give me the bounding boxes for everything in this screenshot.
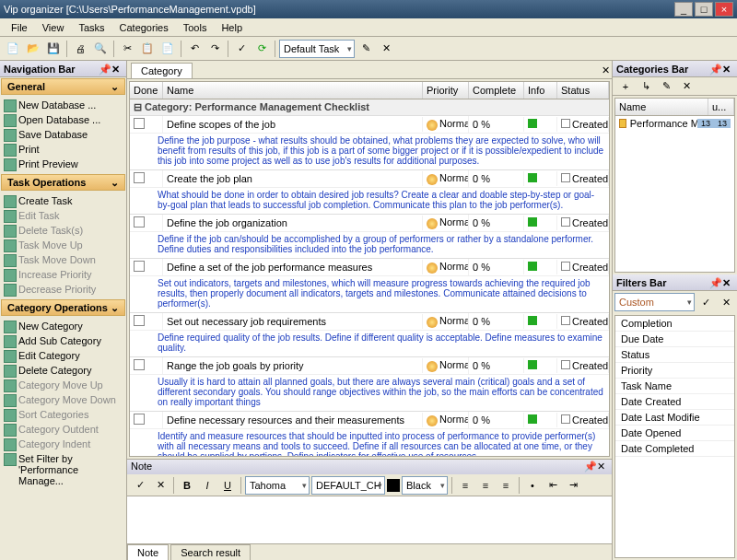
print-icon[interactable]: 🖨	[71, 40, 89, 58]
open-icon[interactable]: 📂	[24, 40, 42, 58]
task-row[interactable]: Range the job goals by priorityNormal0 %…	[130, 357, 609, 375]
col-priority[interactable]: Priority	[423, 82, 469, 99]
tree-col-name[interactable]: Name	[615, 99, 708, 115]
acc-task-ops[interactable]: Task Operations⌄	[1, 174, 125, 191]
filter-item[interactable]: Completion	[615, 316, 734, 332]
task-row[interactable]: Set out necessary job requirementsNormal…	[130, 313, 609, 331]
new-icon[interactable]: 📄	[4, 40, 22, 58]
undo-icon[interactable]: ↶	[185, 40, 204, 58]
size-combo[interactable]: DEFAULT_CH	[311, 476, 385, 495]
align-right-icon[interactable]: ≡	[497, 476, 515, 495]
nav-item[interactable]: Open Database ...	[2, 112, 124, 127]
col-done[interactable]: Done	[130, 82, 163, 99]
nav-item[interactable]: Edit Category	[2, 348, 124, 363]
nav-item[interactable]: Delete Category	[2, 363, 124, 378]
maximize-button[interactable]: □	[695, 2, 713, 17]
edit-icon[interactable]: ✎	[357, 40, 375, 58]
task-row[interactable]: Define a set of the job performance meas…	[130, 259, 609, 276]
col-complete[interactable]: Complete	[469, 82, 524, 99]
color-swatch[interactable]	[387, 479, 400, 492]
redo-icon[interactable]: ↷	[205, 40, 224, 58]
del-cat-icon[interactable]: ✕	[677, 77, 696, 96]
done-checkbox[interactable]	[134, 261, 145, 272]
task-row[interactable]: Define necessary resources and their mea…	[130, 412, 609, 429]
preview-icon[interactable]: 🔍	[91, 40, 110, 58]
menu-file[interactable]: File	[4, 20, 35, 35]
close-icon[interactable]: ✕	[111, 64, 123, 75]
col-status[interactable]: Status	[557, 82, 609, 99]
pin-icon[interactable]: 📌	[99, 64, 110, 75]
done-checkbox[interactable]	[134, 414, 145, 425]
pin-icon[interactable]: 📌	[584, 461, 595, 472]
col-info[interactable]: Info	[524, 82, 557, 99]
sub-cat-icon[interactable]: ↳	[637, 77, 655, 96]
acc-cat-ops[interactable]: Category Operations⌄	[1, 299, 125, 316]
task-row[interactable]: Create the job planNormal0 %Created	[130, 170, 609, 188]
font-combo[interactable]: Tahoma	[245, 476, 310, 495]
nav-item[interactable]: Save Database	[2, 127, 124, 142]
done-checkbox[interactable]	[134, 359, 145, 370]
filter-item[interactable]: Date Opened	[615, 426, 734, 441]
nav-item[interactable]: Create Task	[2, 193, 124, 208]
italic-icon[interactable]: I	[198, 476, 216, 495]
delete-icon[interactable]: ✕	[377, 40, 395, 58]
filter-item[interactable]: Priority	[615, 363, 734, 379]
done-checkbox[interactable]	[134, 118, 145, 129]
tab-note[interactable]: Note	[127, 544, 169, 560]
indent-icon[interactable]: ⇥	[564, 476, 582, 495]
nav-item[interactable]: Print	[2, 142, 124, 157]
menu-tools[interactable]: Tools	[176, 20, 215, 35]
task-icon[interactable]: ✓	[232, 40, 251, 58]
nav-item[interactable]: Set Filter by 'Performance Manage...	[2, 451, 124, 488]
filter-item[interactable]: Date Created	[615, 394, 734, 410]
cut-icon[interactable]: ✂	[118, 40, 136, 58]
edit-cat-icon[interactable]: ✎	[657, 77, 675, 96]
close-button[interactable]: ×	[715, 2, 733, 17]
note-editor[interactable]	[127, 496, 612, 543]
paste-icon[interactable]: 📄	[158, 40, 177, 58]
menu-view[interactable]: View	[35, 20, 72, 35]
task-grid[interactable]: Done Name Priority Complete Info Status …	[129, 81, 610, 457]
filter-clear-icon[interactable]: ✕	[717, 293, 735, 311]
pin-icon[interactable]: 📌	[709, 64, 720, 75]
color-combo[interactable]: Black	[402, 476, 448, 495]
filter-item[interactable]: Date Last Modifie	[615, 410, 734, 426]
menu-categories[interactable]: Categories	[112, 20, 176, 35]
task-row[interactable]: Define scopes of the jobNormal0 %Created	[130, 116, 609, 134]
done-checkbox[interactable]	[134, 315, 145, 326]
menu-help[interactable]: Help	[214, 20, 250, 35]
tree-col-u[interactable]: u...	[708, 99, 734, 115]
filter-item[interactable]: Due Date	[615, 332, 734, 347]
refresh-icon[interactable]: ⟳	[252, 40, 271, 58]
close-icon[interactable]: ✕	[722, 277, 733, 288]
bold-icon[interactable]: B	[178, 476, 196, 495]
underline-icon[interactable]: U	[218, 476, 237, 495]
category-group-row[interactable]: ⊟ Category: Performance Management Check…	[130, 99, 609, 116]
cancel-icon[interactable]: ✕	[151, 476, 170, 495]
category-tree[interactable]: Name u... Performance Managemen 13 13	[614, 98, 735, 273]
align-center-icon[interactable]: ≡	[476, 476, 495, 495]
copy-icon[interactable]: 📋	[138, 40, 157, 58]
col-name[interactable]: Name	[163, 82, 423, 99]
filter-item[interactable]: Date Completed	[615, 441, 734, 457]
align-left-icon[interactable]: ≡	[456, 476, 474, 495]
nav-item[interactable]: Add Sub Category	[2, 333, 124, 348]
minimize-button[interactable]: _	[674, 2, 693, 17]
filter-apply-icon[interactable]: ✓	[696, 293, 715, 311]
pin-icon[interactable]: 📌	[709, 277, 720, 288]
bullets-icon[interactable]: •	[523, 476, 542, 495]
tree-item[interactable]: Performance Managemen 13 13	[615, 116, 734, 131]
new-cat-icon[interactable]: +	[616, 77, 635, 96]
menu-tasks[interactable]: Tasks	[71, 20, 111, 35]
filter-item[interactable]: Task Name	[615, 379, 734, 394]
nav-item[interactable]: New Category	[2, 319, 124, 333]
tab-search-result[interactable]: Search result	[170, 544, 251, 560]
outdent-icon[interactable]: ⇤	[544, 476, 562, 495]
nav-item[interactable]: New Database ...	[2, 98, 124, 112]
filter-combo[interactable]: Custom	[614, 293, 695, 311]
tab-close-icon[interactable]: ✕	[600, 63, 612, 78]
save-icon[interactable]: 💾	[44, 40, 63, 58]
filter-item[interactable]: Status	[615, 347, 734, 363]
close-icon[interactable]: ✕	[597, 461, 608, 472]
tab-category[interactable]: Category	[131, 63, 193, 78]
